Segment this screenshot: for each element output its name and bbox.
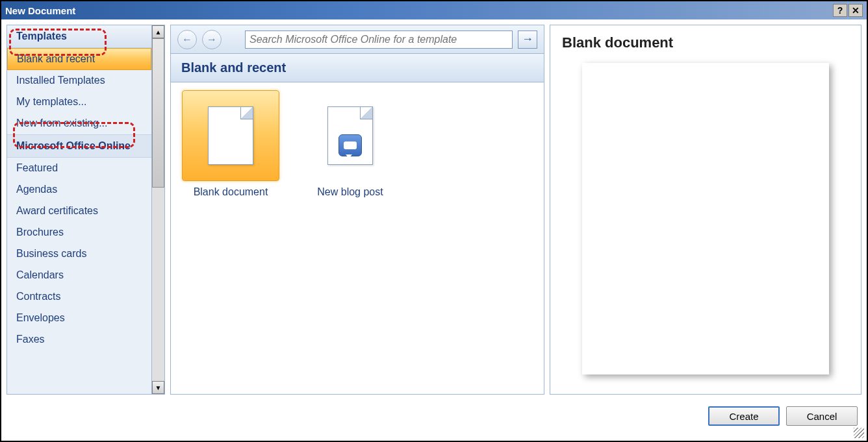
preview-title: Blank document <box>562 34 849 51</box>
resize-grip[interactable] <box>854 428 864 438</box>
sidebar-item-featured[interactable]: Featured <box>7 158 151 179</box>
template-gallery: Blank document New blog post <box>171 82 544 394</box>
sidebar-item-envelopes[interactable]: Envelopes <box>7 308 151 329</box>
template-label: New blog post <box>298 186 402 198</box>
window-title: New Document <box>5 5 75 16</box>
sidebar-item-brochures[interactable]: Brochures <box>7 222 151 243</box>
scroll-thumb[interactable] <box>152 38 164 188</box>
sidebar-section-online: Microsoft Office Online <box>7 134 151 158</box>
sidebar-item-blank-recent[interactable]: Blank and recent <box>7 48 151 70</box>
help-button[interactable]: ? <box>833 4 847 17</box>
sidebar-header: Templates <box>7 25 151 48</box>
create-button[interactable]: Create <box>708 406 780 426</box>
dialog-footer: Create Cancel <box>1 400 867 432</box>
sidebar-item-award-certificates[interactable]: Award certificates <box>7 201 151 222</box>
sidebar-item-contracts[interactable]: Contracts <box>7 286 151 308</box>
back-button[interactable]: ← <box>177 30 197 49</box>
preview-area <box>562 63 849 385</box>
template-thumb <box>182 90 279 181</box>
section-title: Blank and recent <box>171 54 544 82</box>
sidebar-container: Templates Blank and recent Installed Tem… <box>6 25 165 395</box>
arrow-right-icon: → <box>522 32 533 46</box>
sidebar-scrollbar[interactable]: ▲ ▼ <box>151 25 164 394</box>
preview-page <box>582 63 829 374</box>
sidebar: Templates Blank and recent Installed Tem… <box>7 25 151 394</box>
sidebar-item-installed[interactable]: Installed Templates <box>7 70 151 92</box>
forward-button[interactable]: → <box>202 30 222 49</box>
sidebar-item-new-from-existing[interactable]: New from existing... <box>7 113 151 134</box>
cancel-button[interactable]: Cancel <box>786 406 858 426</box>
template-blank-document[interactable]: Blank document <box>179 90 283 198</box>
preview-panel: Blank document <box>550 25 862 395</box>
document-icon <box>327 106 373 165</box>
scroll-up-button[interactable]: ▲ <box>152 25 164 38</box>
template-new-blog-post[interactable]: New blog post <box>298 90 402 198</box>
toolbar: ← → → <box>171 25 544 54</box>
sidebar-item-agendas[interactable]: Agendas <box>7 179 151 201</box>
sidebar-item-faxes[interactable]: Faxes <box>7 329 151 350</box>
search-go-button[interactable]: → <box>518 31 537 49</box>
blog-icon <box>338 134 362 156</box>
scroll-track[interactable] <box>152 38 164 381</box>
titlebar: New Document ? ✕ <box>1 1 867 19</box>
document-icon <box>208 106 253 165</box>
main-panel: ← → → Blank and recent Blank document <box>170 25 544 395</box>
template-label: Blank document <box>179 186 283 198</box>
sidebar-item-my-templates[interactable]: My templates... <box>7 92 151 113</box>
sidebar-item-business-cards[interactable]: Business cards <box>7 243 151 265</box>
sidebar-item-calendars[interactable]: Calendars <box>7 265 151 286</box>
template-thumb <box>301 90 399 181</box>
scroll-down-button[interactable]: ▼ <box>152 381 164 394</box>
arrow-left-icon: ← <box>182 34 192 45</box>
close-button[interactable]: ✕ <box>849 4 863 17</box>
arrow-right-icon: → <box>207 34 217 45</box>
search-box <box>245 31 513 49</box>
search-input[interactable] <box>246 34 512 45</box>
